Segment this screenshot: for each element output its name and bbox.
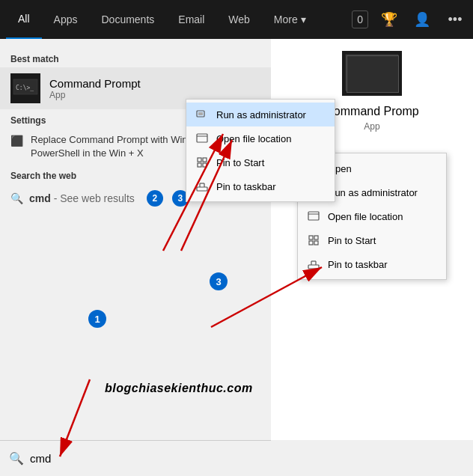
monitor-icon: ⬛ (10, 135, 23, 147)
svg-rect-20 (309, 236, 313, 239)
open-file-icon (195, 132, 209, 145)
step-badge-1: 1 (88, 310, 106, 328)
trophy-icon[interactable]: 🏆 (377, 7, 401, 31)
search-bar: 🔍 (0, 440, 271, 476)
svg-rect-14 (342, 51, 402, 96)
ctx-pin-taskbar-right-label: Pin to taskbar (328, 259, 388, 270)
ctx-open-file-top[interactable]: Open file location (186, 126, 335, 150)
right-app-subtitle: App (364, 121, 379, 132)
svg-rect-24 (308, 265, 319, 269)
ctx-open-file-top-label: Open file location (216, 133, 291, 144)
step-badge-2: 2 (147, 190, 163, 207)
svg-text:C:\>_: C:\>_ (348, 65, 371, 74)
svg-rect-10 (197, 187, 207, 191)
run-as-admin-icon (195, 108, 209, 121)
command-prompt-text: Command Prompt App (49, 77, 141, 100)
ctx-pin-taskbar-top[interactable]: Pin to taskbar (186, 174, 335, 198)
web-see-results: - See web results (54, 192, 135, 204)
nav-icons: 0 🏆 👤 ••• (352, 7, 467, 31)
ctx-pin-start-top-label: Pin to Start (216, 157, 264, 168)
left-panel: Best match C:\>_ Command Prompt App (0, 39, 271, 440)
pin-taskbar-icon-top (195, 180, 209, 193)
best-match-label: Best match (0, 51, 271, 67)
open-file-icon-right (307, 210, 320, 223)
watermark: blogchiasekienthuc.com (105, 382, 253, 395)
pin-taskbar-icon-right (307, 257, 320, 271)
right-app-title: Command Promp (325, 105, 418, 118)
ctx-pin-taskbar-right[interactable]: Pin to taskbar (298, 252, 446, 276)
user-icon[interactable]: 👤 (410, 7, 434, 31)
nav-count-badge: 0 (352, 10, 368, 28)
svg-rect-9 (203, 163, 207, 167)
chevron-down-icon: ▾ (301, 13, 306, 25)
search-input[interactable] (30, 452, 262, 465)
svg-rect-7 (203, 158, 207, 162)
ctx-pin-start-right[interactable]: Pin to Start (298, 228, 446, 252)
more-options-icon[interactable]: ••• (443, 7, 467, 31)
ctx-run-as-admin-right-label: Run as administrator (328, 187, 418, 198)
svg-rect-19 (308, 212, 319, 220)
search-icon: 🔍 (10, 192, 23, 204)
ctx-pin-taskbar-top-label: Pin to taskbar (216, 181, 276, 192)
svg-rect-23 (314, 241, 318, 245)
svg-text:C:\>_: C:\>_ (16, 85, 34, 91)
svg-rect-21 (314, 236, 318, 239)
pin-start-icon-right (307, 234, 320, 247)
ctx-pin-start-right-label: Pin to Start (328, 235, 376, 246)
pin-start-icon (195, 156, 209, 169)
nav-tab-apps[interactable]: Apps (42, 0, 90, 39)
nav-tab-email[interactable]: Email (166, 0, 216, 39)
ctx-run-as-admin-top[interactable]: Run as administrator (186, 103, 335, 126)
step-badge-3b: 3 (210, 272, 228, 290)
svg-rect-4 (198, 112, 203, 115)
top-nav: All Apps Documents Email Web More ▾ 0 🏆 … (0, 0, 473, 39)
search-bar-icon: 🔍 (9, 451, 24, 466)
context-menu-top: Run as administrator Open file location (186, 99, 335, 202)
svg-rect-6 (198, 158, 201, 162)
svg-rect-15 (346, 55, 398, 91)
svg-rect-8 (198, 163, 201, 167)
nav-tab-web[interactable]: Web (216, 0, 262, 39)
nav-tab-all[interactable]: All (6, 0, 42, 39)
ctx-open-file-right[interactable]: Open file location (298, 204, 446, 228)
ctx-run-as-admin-top-label: Run as administrator (216, 109, 306, 120)
ctx-pin-start-top[interactable]: Pin to Start (186, 150, 335, 174)
svg-rect-5 (197, 134, 207, 142)
nav-tab-more[interactable]: More ▾ (262, 0, 318, 39)
right-app-icon: C:\>_ (342, 51, 402, 96)
svg-rect-22 (309, 241, 313, 245)
command-prompt-icon: C:\>_ (10, 73, 40, 103)
web-query: cmd (29, 192, 51, 204)
nav-tab-documents[interactable]: Documents (89, 0, 166, 39)
ctx-open-file-right-label: Open file location (328, 211, 403, 222)
